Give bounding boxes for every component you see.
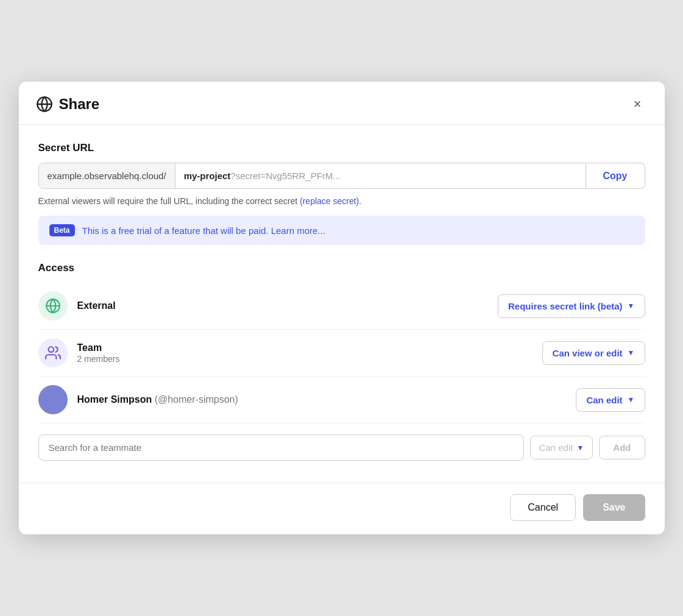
user-name: Homer Simpson (@homer-simpson) bbox=[77, 394, 567, 405]
external-permission-dropdown[interactable]: Requires secret link (beta) ▼ bbox=[498, 294, 645, 318]
replace-secret-link[interactable]: (replace secret). bbox=[300, 196, 361, 206]
search-row: Can edit ▼ Add bbox=[38, 423, 645, 463]
access-section: Access External Requires secret link (be… bbox=[38, 262, 645, 463]
url-secret: my-project?secret=Nvg55RR_PFrM... bbox=[175, 163, 586, 188]
url-project: my-project bbox=[184, 171, 231, 181]
chevron-down-icon: ▼ bbox=[628, 349, 635, 357]
copy-button[interactable]: Copy bbox=[586, 163, 645, 189]
access-row-team: Team 2 members Can view or edit ▼ bbox=[38, 330, 645, 377]
beta-banner: Beta This is a free trial of a feature t… bbox=[38, 216, 645, 245]
share-dialog: Share × Secret URL example.observablehq.… bbox=[19, 82, 665, 534]
dialog-footer: Cancel Save bbox=[19, 483, 665, 534]
user-info: Homer Simpson (@homer-simpson) bbox=[77, 394, 567, 405]
chevron-down-icon: ▼ bbox=[628, 302, 635, 310]
external-note: External viewers will require the full U… bbox=[38, 196, 645, 206]
user-username: (@homer-simpson) bbox=[155, 394, 238, 405]
close-button[interactable]: × bbox=[630, 95, 645, 113]
user-avatar bbox=[38, 385, 68, 414]
team-name: Team bbox=[77, 342, 533, 353]
url-field: example.observablehq.cloud/ my-project?s… bbox=[38, 163, 586, 189]
access-section-label: Access bbox=[38, 262, 645, 274]
search-input[interactable] bbox=[38, 434, 524, 461]
dialog-body: Secret URL example.observablehq.cloud/ m… bbox=[19, 125, 665, 483]
team-permission-dropdown[interactable]: Can view or edit ▼ bbox=[542, 341, 645, 365]
external-name: External bbox=[77, 300, 489, 311]
add-button[interactable]: Add bbox=[599, 436, 645, 459]
cancel-button[interactable]: Cancel bbox=[510, 494, 576, 521]
chevron-down-icon: ▼ bbox=[628, 395, 635, 404]
title-row: Share bbox=[36, 96, 100, 113]
dialog-header: Share × bbox=[19, 82, 665, 125]
access-row-user: Homer Simpson (@homer-simpson) Can edit … bbox=[38, 377, 645, 423]
svg-point-4 bbox=[48, 347, 54, 352]
beta-badge: Beta bbox=[49, 224, 75, 236]
url-secret-placeholder: ?secret=Nvg55RR_PFrM... bbox=[230, 171, 340, 181]
url-base: example.observablehq.cloud/ bbox=[39, 163, 175, 188]
globe-icon bbox=[36, 96, 53, 113]
external-info: External bbox=[77, 300, 489, 311]
url-row: example.observablehq.cloud/ my-project?s… bbox=[38, 163, 645, 189]
access-row-external: External Requires secret link (beta) ▼ bbox=[38, 283, 645, 330]
team-info: Team 2 members bbox=[77, 342, 533, 364]
dialog-title: Share bbox=[59, 96, 100, 113]
beta-text: This is a free trial of a feature that w… bbox=[82, 225, 325, 236]
team-icon bbox=[38, 338, 68, 367]
chevron-down-icon: ▼ bbox=[576, 444, 584, 452]
external-icon bbox=[38, 291, 68, 320]
team-members: 2 members bbox=[77, 354, 533, 364]
user-permission-dropdown[interactable]: Can edit ▼ bbox=[576, 388, 645, 412]
save-button[interactable]: Save bbox=[583, 494, 645, 521]
secret-url-section-label: Secret URL bbox=[38, 142, 645, 154]
search-permission-select[interactable]: Can edit ▼ bbox=[530, 436, 593, 459]
